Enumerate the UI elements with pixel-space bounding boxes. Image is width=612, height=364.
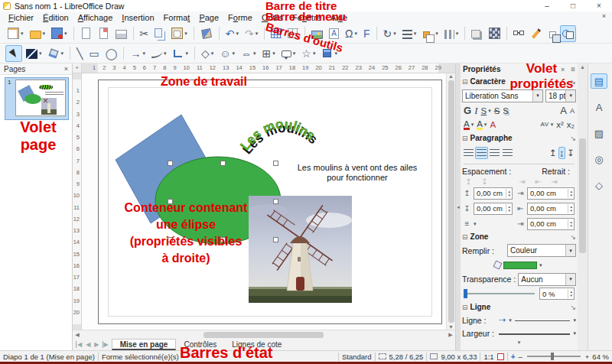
after-indent-field[interactable]: 0,00 cm ▴▾ xyxy=(527,203,575,215)
properties-deck-icon[interactable]: ▤ xyxy=(591,73,607,89)
dropdown-arrow-icon[interactable]: ▾ xyxy=(64,31,67,37)
selection-handle[interactable] xyxy=(273,161,278,166)
scroll-down-icon[interactable]: ▼ xyxy=(448,324,454,330)
redo-button[interactable]: ↷▾ xyxy=(243,25,260,42)
font-name-select[interactable]: Liberation Sans ▾ xyxy=(462,89,543,102)
align-right-button[interactable] xyxy=(488,147,501,159)
close-pages-panel-icon[interactable]: × xyxy=(64,65,68,73)
tab-mise-en-page[interactable]: Mise en page xyxy=(112,339,177,350)
new-page-button[interactable] xyxy=(78,25,94,42)
dropdown-arrow-icon[interactable]: ▾ xyxy=(211,50,214,57)
align-center-button[interactable] xyxy=(475,147,488,159)
dropdown-arrow-icon[interactable]: ▾ xyxy=(456,31,459,37)
sidebar-scroll-thumb[interactable] xyxy=(579,138,586,253)
dropdown-arrow-icon[interactable]: ▾ xyxy=(184,31,187,37)
paragraph-section-header[interactable]: ⊟ Paragraphe ↘ xyxy=(461,132,578,144)
dropdown-icon[interactable]: ▾ xyxy=(532,90,542,102)
shadow-button[interactable] xyxy=(469,25,485,42)
selection-handle[interactable] xyxy=(168,161,173,166)
display-grid-button[interactable] xyxy=(269,25,284,42)
new-drawing-button[interactable]: ▾ xyxy=(5,25,26,42)
spin-down-icon[interactable]: ▾ xyxy=(570,224,572,228)
decrease-indent-icon[interactable]: ⇤ xyxy=(533,177,543,186)
dropdown-arrow-icon[interactable]: ▾ xyxy=(61,50,64,57)
scroll-left-icon[interactable]: ◀ xyxy=(73,332,82,338)
undo-button[interactable]: ↶▾ xyxy=(223,25,241,42)
fill-color-dropdown-icon[interactable]: ▾ xyxy=(539,262,542,268)
callouts-button[interactable]: ▾ xyxy=(279,45,298,62)
page-style[interactable]: Standard xyxy=(342,353,372,361)
character-dialog-icon[interactable]: ↘ xyxy=(570,78,576,86)
fontwork-button[interactable]: F xyxy=(361,25,373,42)
spin-down-icon[interactable]: ▾ xyxy=(570,294,572,297)
decrease-font-size-button[interactable]: A xyxy=(568,105,576,117)
sidebar-settings-icon[interactable]: ≡ xyxy=(571,65,575,73)
show-draw-functions-button[interactable] xyxy=(560,25,576,42)
increase-spacing-icon[interactable]: ↥ xyxy=(464,177,474,186)
align-objects-button[interactable]: ▾ xyxy=(400,25,419,42)
arrange-button[interactable]: ▾ xyxy=(420,25,441,42)
curves-and-polygons-button[interactable]: ▾ xyxy=(149,45,169,62)
character-section-header[interactable]: ⊟ Caractère ↘ xyxy=(461,76,578,87)
paragraph-dialog-icon[interactable]: ↘ xyxy=(570,135,576,142)
spin-down-icon[interactable]: ▾ xyxy=(570,193,572,197)
first-line-indent-field[interactable]: 0,00 cm ▴▾ xyxy=(527,218,575,230)
transformations-button[interactable]: ↻▾ xyxy=(381,25,399,42)
transparency-slider-thumb[interactable] xyxy=(464,289,467,298)
horizontal-scrollbar[interactable]: ◀ ▶ xyxy=(73,330,455,339)
horizontal-ruler[interactable]: 1234567891011121314151617181920212223242… xyxy=(82,63,455,73)
dropdown-arrow-icon[interactable]: ▾ xyxy=(354,31,357,37)
dropdown-arrow-icon[interactable]: ▾ xyxy=(164,50,167,57)
collapse-icon[interactable]: ⊟ xyxy=(462,78,468,86)
menu-item-outils[interactable]: Outils xyxy=(257,13,288,22)
duplicate-page-button[interactable] xyxy=(96,25,112,42)
below-spacing-field[interactable]: 0,00 cm ▴▾ xyxy=(474,203,513,215)
menu-item-format[interactable]: Format xyxy=(159,13,195,22)
fill-color-button[interactable]: ▾ xyxy=(46,45,67,62)
above-spacing-field[interactable]: 0,00 cm ▴▾ xyxy=(474,187,513,200)
menu-item-aide[interactable]: Aide xyxy=(326,13,352,22)
work-area-canvas[interactable]: Les moulins Les moulins Les moulins à ve… xyxy=(82,73,446,330)
shadow-font-button[interactable]: S xyxy=(501,105,510,117)
dropdown-arrow-icon[interactable]: ▾ xyxy=(471,122,474,128)
align-justify-button[interactable] xyxy=(501,147,514,159)
zoom-out-icon[interactable]: – xyxy=(518,353,522,361)
rectangle-button[interactable]: ▭ xyxy=(86,45,101,62)
strikethrough-button[interactable]: S xyxy=(493,105,502,117)
dropdown-arrow-icon[interactable]: ▾ xyxy=(236,31,239,37)
scroll-right-icon[interactable]: ▶ xyxy=(446,332,455,338)
dropdown-arrow-icon[interactable]: ▾ xyxy=(185,50,188,57)
close-button[interactable]: × xyxy=(586,0,612,11)
font-color-button[interactable]: A▾ xyxy=(462,119,475,131)
menu-item-fenêtre[interactable]: Fenêtre xyxy=(288,13,326,22)
transparency-type-select[interactable]: Aucun ▾ xyxy=(518,273,576,286)
windmill-photo[interactable] xyxy=(249,196,352,303)
arrow-style-icon[interactable]: ⇢ xyxy=(499,315,506,325)
selection-handle[interactable] xyxy=(273,199,278,204)
zoom-level[interactable]: 64 % xyxy=(592,353,609,361)
area-dialog-icon[interactable]: ↘ xyxy=(570,233,576,241)
dropdown-icon[interactable]: ▾ xyxy=(565,245,575,256)
area-section-header[interactable]: ⊟ Zone ↘ xyxy=(461,231,578,242)
menu-item-édition[interactable]: Édition xyxy=(38,13,73,22)
fill-color-swatch[interactable] xyxy=(503,262,537,269)
dropdown-arrow-icon[interactable]: ▾ xyxy=(39,50,42,57)
gallery-deck-icon[interactable]: ▨ xyxy=(591,125,607,141)
line-width-sample[interactable] xyxy=(499,333,570,335)
dropdown-arrow-icon[interactable]: ▾ xyxy=(233,50,236,57)
last-page-icon[interactable]: ▶ xyxy=(103,341,108,348)
page-thumbnail[interactable]: 1 xyxy=(5,77,69,120)
stars-banners-button[interactable]: ☆▾ xyxy=(299,45,317,62)
collapse-icon[interactable]: ⊟ xyxy=(462,135,468,142)
fit-page-icon[interactable] xyxy=(497,353,504,360)
horizontal-scroll-thumb[interactable] xyxy=(203,332,324,338)
menu-item-page[interactable]: Page xyxy=(194,13,223,22)
toggle-extrusion-button[interactable] xyxy=(546,25,558,42)
dropdown-arrow-icon[interactable]: ▾ xyxy=(414,31,417,37)
align-left-button[interactable] xyxy=(462,147,475,159)
menu-item-fichier[interactable]: Fichier xyxy=(4,13,38,22)
close-document-icon[interactable]: × xyxy=(602,12,606,20)
dropdown-arrow-icon[interactable]: ▾ xyxy=(313,50,316,57)
save-button[interactable]: ▾ xyxy=(49,25,70,42)
3d-objects-button[interactable]: ▾ xyxy=(319,45,340,62)
